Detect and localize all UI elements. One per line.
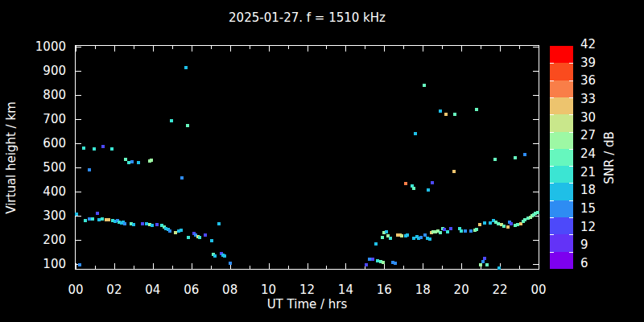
colorbar-boundary-tick xyxy=(550,166,554,167)
y-major-tick xyxy=(76,143,81,144)
colorbar-tick-label: 39 xyxy=(580,56,608,70)
x-minor-tick xyxy=(403,266,404,269)
x-tick-label: 14 xyxy=(331,283,360,297)
data-point xyxy=(428,237,431,241)
data-point xyxy=(187,236,190,239)
x-minor-tick xyxy=(326,46,327,49)
x-major-tick xyxy=(153,263,154,269)
data-point xyxy=(180,229,183,232)
colorbar-tick-label: 33 xyxy=(580,92,608,106)
data-point xyxy=(217,222,221,225)
colorbar-boundary-tick xyxy=(550,149,554,150)
x-tick-label: 22 xyxy=(485,283,514,297)
colorbar-segment xyxy=(550,252,573,270)
colorbar-segment xyxy=(550,183,573,200)
x-minor-tick xyxy=(288,46,289,49)
colorbar-boundary-tick xyxy=(569,252,573,253)
colorbar-boundary-tick xyxy=(550,114,554,115)
data-point xyxy=(514,156,517,159)
data-point xyxy=(475,228,478,231)
data-point xyxy=(382,261,385,264)
data-point xyxy=(389,237,392,240)
x-tick-label: 18 xyxy=(408,283,437,297)
y-major-tick xyxy=(533,240,539,241)
data-point xyxy=(452,170,456,173)
x-tick-label: 00 xyxy=(61,283,90,297)
y-major-tick xyxy=(533,47,539,47)
y-tick-label: 600 xyxy=(16,136,66,151)
y-major-tick xyxy=(533,264,539,265)
colorbar-tick-label: 12 xyxy=(580,220,608,234)
data-point xyxy=(141,222,144,225)
y-tick-label: 900 xyxy=(16,64,66,78)
data-point xyxy=(110,147,114,151)
y-major-tick xyxy=(76,216,81,217)
x-major-tick xyxy=(384,263,385,269)
snr-colorbar xyxy=(550,46,573,269)
colorbar-boundary-tick xyxy=(550,132,554,133)
x-minor-tick xyxy=(250,46,250,49)
colorbar-boundary-tick xyxy=(569,63,573,64)
colorbar-boundary-tick xyxy=(569,114,573,115)
plot-frame xyxy=(75,45,539,270)
y-major-tick xyxy=(533,71,539,72)
y-tick-label: 300 xyxy=(16,208,66,223)
data-point xyxy=(88,168,91,171)
x-major-tick xyxy=(500,46,501,52)
data-point xyxy=(439,109,442,113)
data-point xyxy=(464,229,467,233)
data-point xyxy=(493,158,497,161)
y-major-tick xyxy=(76,192,81,192)
y-major-tick xyxy=(533,143,539,144)
colorbar-boundary-tick xyxy=(550,63,554,64)
colorbar-tick-label: 30 xyxy=(580,110,608,125)
data-point xyxy=(485,263,489,266)
colorbar-segment xyxy=(550,46,573,64)
data-point xyxy=(184,66,188,69)
y-major-tick xyxy=(533,119,539,120)
data-point xyxy=(536,211,539,214)
x-minor-tick xyxy=(172,46,173,49)
x-minor-tick xyxy=(442,266,443,269)
colorbar-boundary-tick xyxy=(569,234,573,235)
x-tick-label: 00 xyxy=(524,283,553,297)
x-minor-tick xyxy=(442,46,443,49)
x-major-tick xyxy=(192,46,192,52)
data-point xyxy=(483,221,486,225)
colorbar-tick-label: 15 xyxy=(580,201,608,216)
x-tick-label: 20 xyxy=(447,283,476,297)
data-point xyxy=(419,236,423,239)
data-point xyxy=(204,233,207,237)
data-point xyxy=(506,225,510,229)
x-minor-tick xyxy=(288,266,289,269)
data-point xyxy=(483,257,486,260)
data-point xyxy=(229,262,232,265)
colorbar-boundary-tick xyxy=(569,80,573,81)
data-point xyxy=(101,217,104,221)
data-point xyxy=(523,153,526,156)
colorbar-boundary-tick xyxy=(569,132,573,133)
x-minor-tick xyxy=(211,266,212,269)
data-point xyxy=(130,160,134,163)
data-point xyxy=(155,223,159,226)
x-minor-tick xyxy=(519,46,520,49)
data-point xyxy=(406,233,409,237)
colorbar-title: SNR / dB xyxy=(602,131,617,184)
data-point xyxy=(449,227,452,230)
x-major-tick xyxy=(461,263,462,269)
colorbar-segment xyxy=(550,114,573,132)
x-minor-tick xyxy=(403,46,404,49)
x-minor-tick xyxy=(134,46,134,49)
colorbar-tick-label: 36 xyxy=(580,73,608,88)
data-point xyxy=(75,213,78,216)
colorbar-boundary-tick xyxy=(569,183,573,184)
y-tick-label: 800 xyxy=(16,88,66,102)
colorbar-tick-label: 18 xyxy=(580,183,608,197)
colorbar-boundary-tick xyxy=(550,183,554,184)
data-point xyxy=(453,113,456,116)
x-major-tick xyxy=(269,263,270,269)
y-major-tick xyxy=(533,95,539,96)
y-major-tick xyxy=(76,240,81,241)
y-major-tick xyxy=(533,167,539,168)
chart-title: 2025-01-27. f = 1510 kHz xyxy=(76,10,539,25)
